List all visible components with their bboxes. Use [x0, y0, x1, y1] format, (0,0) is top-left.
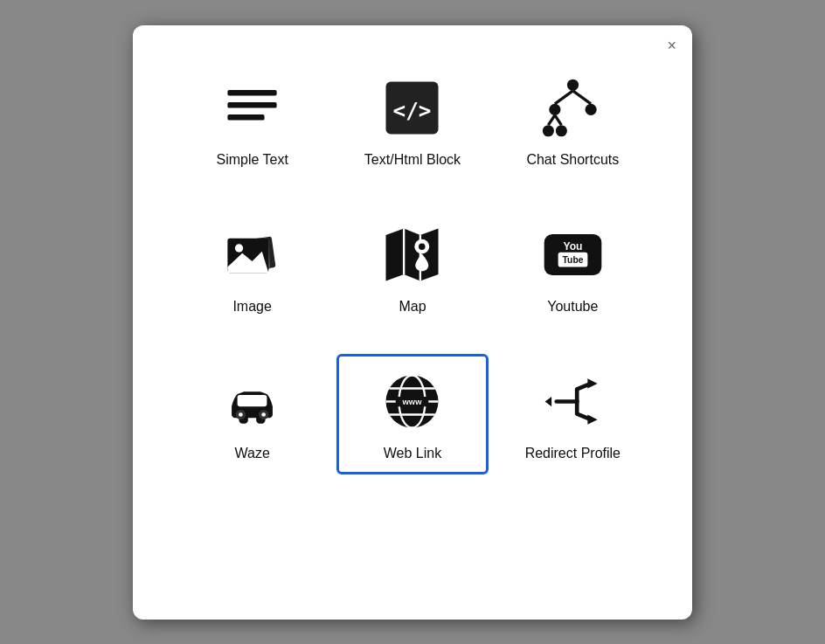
svg-marker-40: [544, 397, 551, 406]
grid-item-youtube[interactable]: You Tube Youtube: [497, 207, 648, 328]
svg-line-13: [555, 115, 562, 125]
chat-shortcuts-label: Chat Shortcuts: [526, 152, 619, 168]
svg-text:www: www: [402, 398, 423, 406]
grid-item-image[interactable]: Image: [177, 207, 328, 328]
grid-item-chat-shortcuts[interactable]: Chat Shortcuts: [497, 60, 648, 181]
svg-point-17: [235, 244, 243, 252]
youtube-label: Youtube: [547, 299, 598, 315]
youtube-icon: You Tube: [537, 220, 607, 290]
svg-rect-25: [238, 395, 267, 406]
grid-item-simple-text[interactable]: Simple Text: [177, 60, 328, 181]
close-button[interactable]: ×: [667, 38, 676, 53]
svg-marker-38: [587, 378, 597, 388]
svg-text:You: You: [563, 240, 582, 253]
svg-rect-2: [228, 114, 265, 121]
svg-rect-1: [228, 102, 277, 108]
simple-text-label: Simple Text: [216, 152, 288, 168]
svg-point-5: [567, 80, 579, 91]
svg-point-6: [549, 104, 560, 115]
image-icon: [218, 220, 288, 290]
chat-shortcuts-icon: [537, 73, 607, 143]
map-icon: [378, 220, 447, 290]
svg-point-20: [419, 243, 426, 250]
image-label: Image: [232, 299, 271, 315]
web-link-icon: www www: [378, 367, 447, 437]
grid-item-waze[interactable]: Waze: [177, 354, 328, 474]
svg-point-9: [556, 125, 567, 136]
text-html-block-icon: </>: [378, 73, 447, 143]
grid-item-text-html-block[interactable]: </> Text/Html Block: [336, 60, 488, 181]
waze-label: Waze: [235, 446, 270, 461]
simple-text-icon: [218, 73, 288, 143]
svg-point-28: [239, 412, 243, 417]
redirect-profile-label: Redirect Profile: [525, 446, 620, 461]
svg-point-8: [543, 125, 554, 136]
web-link-label: Web Link: [384, 446, 441, 461]
svg-marker-39: [587, 415, 597, 425]
icon-grid: Simple Text </> Text/Html Block: [177, 60, 648, 474]
grid-item-map[interactable]: Map: [336, 207, 488, 328]
svg-point-29: [261, 412, 266, 417]
svg-line-11: [572, 91, 591, 104]
svg-text:</>: </>: [393, 98, 432, 123]
map-label: Map: [399, 299, 426, 315]
grid-item-redirect-profile[interactable]: Redirect Profile: [497, 354, 648, 474]
svg-rect-0: [228, 90, 277, 96]
grid-item-web-link[interactable]: www www Web Link: [336, 354, 488, 474]
dialog: × Simple Text </> Text/Html Block: [133, 25, 692, 620]
redirect-profile-icon: [537, 367, 607, 437]
svg-line-10: [555, 91, 573, 104]
svg-line-12: [548, 115, 555, 125]
svg-point-7: [585, 104, 596, 115]
svg-text:Tube: Tube: [562, 255, 583, 265]
text-html-block-label: Text/Html Block: [364, 152, 461, 168]
waze-icon: [218, 367, 288, 437]
